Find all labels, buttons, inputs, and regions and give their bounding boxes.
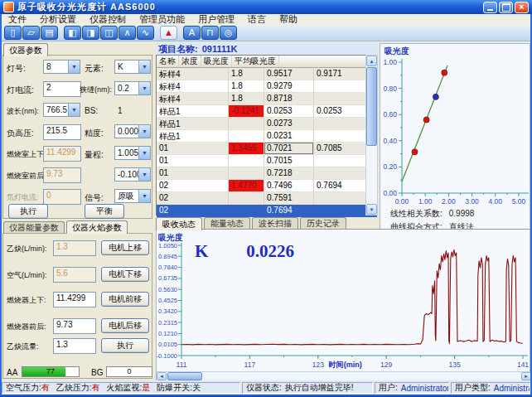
lamp-2-button[interactable]: ◨ bbox=[82, 26, 99, 40]
save-button[interactable]: ▤ bbox=[41, 26, 58, 40]
table-row[interactable]: 样品1 0.0273 bbox=[157, 118, 377, 130]
balance-button[interactable]: ⊓ bbox=[201, 26, 219, 40]
cell-absorbance: 0.7015 bbox=[264, 155, 314, 167]
scrollbar-thumb[interactable] bbox=[366, 67, 377, 146]
table-row[interactable]: 标样4 1.8 0.9279 bbox=[157, 80, 377, 93]
slit-select[interactable]: 0.2▼ bbox=[114, 81, 151, 95]
table-row[interactable]: 02 0.7694 bbox=[157, 205, 377, 217]
title-bar[interactable]: 原子吸收分光光度计 AAS6000 × bbox=[0, 0, 532, 14]
svg-text:-0.1000: -0.1000 bbox=[157, 352, 177, 360]
flame-execute-button[interactable]: 执行 bbox=[101, 338, 149, 353]
scroll-up-icon[interactable]: ▲ bbox=[366, 56, 377, 66]
motor-down-button[interactable]: 电机下移 bbox=[101, 267, 149, 282]
cell-average-absorbance: 0.0253 bbox=[314, 105, 365, 118]
flow-field[interactable]: 1.3 bbox=[53, 338, 96, 354]
tab-energy-params[interactable]: 仪器能量参数 bbox=[3, 221, 65, 234]
menu-item[interactable]: 分析设置 bbox=[33, 13, 83, 26]
cell-average-absorbance: 0.9171 bbox=[314, 68, 365, 80]
lamp-3-button[interactable]: ◫ bbox=[100, 26, 118, 40]
dropdown-arrow-icon: ▼ bbox=[138, 147, 150, 159]
cell-average-absorbance: 0.7085 bbox=[314, 143, 365, 155]
app-window: 原子吸收分光光度计 AAS6000 × 文件分析设置仪器控制管理员功能用户管理语… bbox=[0, 0, 532, 397]
air-field: 5.6 bbox=[53, 267, 96, 283]
svg-text:135: 135 bbox=[449, 361, 461, 369]
table-row[interactable]: 标样4 1.8 0.8718 bbox=[157, 93, 377, 105]
menu-item[interactable]: 仪器控制 bbox=[83, 13, 133, 26]
table-row[interactable]: 02 1.4770 0.7496 0.7694 bbox=[157, 180, 377, 192]
scroll-down-icon[interactable]: ▼ bbox=[366, 204, 377, 215]
tab-wavelength-scan[interactable]: 波长扫描 bbox=[252, 217, 298, 230]
table-vertical-scrollbar[interactable]: ▲ ▼ bbox=[365, 55, 378, 215]
table-row[interactable]: 01 1.3455 0.7021 0.7085 bbox=[157, 143, 377, 155]
neg-hv-field[interactable]: 215.5 bbox=[43, 124, 81, 140]
cell-average-absorbance bbox=[314, 192, 365, 205]
tab-history[interactable]: 历史记录 bbox=[300, 217, 346, 230]
cell-name: 标样4 bbox=[157, 80, 229, 93]
execute-button[interactable]: 执行 bbox=[8, 204, 48, 219]
motor-up-button[interactable]: 电机上移 bbox=[101, 240, 149, 255]
cell-concentration bbox=[229, 130, 264, 143]
motor-forward-button[interactable]: 电机前移 bbox=[101, 292, 149, 307]
bs-label: BS: bbox=[85, 106, 98, 115]
burner-updown-field[interactable]: 11.4299 bbox=[53, 292, 96, 307]
slit-label: 狭缝(nm): bbox=[80, 85, 112, 95]
svg-text:129: 129 bbox=[380, 361, 392, 369]
open-folder-icon: ▱ bbox=[27, 28, 34, 37]
element-select[interactable]: K▼ bbox=[114, 60, 151, 74]
new-file-button[interactable]: ▯ bbox=[4, 26, 22, 40]
dynamics-horizontal-scrollbar[interactable]: ◄ ► bbox=[157, 371, 531, 380]
svg-text:0.00: 0.00 bbox=[395, 197, 409, 206]
table-row[interactable]: 02 0.7591 bbox=[157, 192, 377, 205]
table-row[interactable]: 01 0.7015 bbox=[157, 155, 377, 167]
burner-frontback-label: 燃烧器前后: bbox=[7, 322, 46, 332]
column-header[interactable]: 吸光度 bbox=[201, 56, 232, 67]
about-button[interactable]: ◎ bbox=[220, 26, 237, 40]
table-row[interactable]: 样品1 0.0231 bbox=[157, 130, 377, 143]
new-file-icon: ▯ bbox=[10, 28, 15, 37]
wave-icon: ∿ bbox=[142, 28, 149, 37]
menu-item[interactable]: 文件 bbox=[2, 13, 33, 26]
range-select[interactable]: 1.0050▼ bbox=[114, 146, 151, 160]
tab-instrument-params[interactable]: 仪器参数 bbox=[3, 43, 48, 56]
table-row[interactable]: 样品1 -0.1241 0.0253 0.0253 bbox=[157, 105, 377, 118]
close-button[interactable]: × bbox=[515, 2, 529, 13]
precision-select[interactable]: 0.0000▼ bbox=[114, 124, 151, 138]
column-header[interactable]: 名称 bbox=[157, 56, 179, 67]
column-header[interactable]: 平均吸光度 bbox=[232, 56, 279, 67]
cell-absorbance: 0.0273 bbox=[264, 118, 314, 130]
tab-absorbance-dynamics[interactable]: 吸收动态 bbox=[156, 217, 202, 230]
table-row[interactable]: 01 0.7218 bbox=[157, 167, 377, 180]
menu-item[interactable]: 管理员功能 bbox=[133, 13, 191, 26]
burner-frontback-field[interactable]: 9.73 bbox=[53, 318, 96, 334]
minimize-button[interactable] bbox=[483, 2, 497, 13]
dropdown-arrow-icon: ▼ bbox=[138, 61, 150, 73]
lamp-current-field[interactable]: 2 bbox=[43, 81, 81, 97]
scrollbar-thumb[interactable] bbox=[167, 372, 202, 380]
scroll-left-icon[interactable]: ◄ bbox=[157, 372, 167, 380]
open-project-button[interactable]: ▱ bbox=[22, 26, 40, 40]
svg-text:2.00: 2.00 bbox=[442, 197, 456, 206]
menu-item[interactable]: 帮助 bbox=[273, 13, 304, 26]
lamp-no-select[interactable]: 8▼ bbox=[43, 60, 80, 74]
menu-item[interactable]: 语言 bbox=[241, 13, 273, 26]
menu-item[interactable]: 用户管理 bbox=[191, 13, 241, 26]
motor-back-button[interactable]: 电机后移 bbox=[101, 318, 149, 333]
signal-select[interactable]: 原吸▼ bbox=[114, 189, 151, 203]
flame-ignite-button[interactable]: ▲ bbox=[160, 26, 177, 40]
signal-monitor-button[interactable]: ∿ bbox=[137, 26, 154, 40]
offset-select[interactable]: -0.1000▼ bbox=[114, 167, 151, 182]
autosampler-button[interactable]: A bbox=[183, 26, 201, 40]
tab-energy-dynamics[interactable]: 能量动态 bbox=[204, 217, 250, 230]
svg-text:0.60: 0.60 bbox=[383, 110, 397, 119]
wavelength-scan-button[interactable]: ∧ bbox=[118, 26, 136, 40]
table-row[interactable]: 标样4 1.8 0.9517 0.9171 bbox=[157, 68, 377, 80]
cell-absorbance: 0.9279 bbox=[264, 80, 314, 93]
lamp-1-button[interactable]: ◧ bbox=[64, 26, 81, 40]
maximize-icon bbox=[502, 3, 510, 12]
wavelength-select[interactable]: 766.5▼ bbox=[43, 103, 80, 117]
cell-concentration bbox=[229, 192, 264, 205]
maximize-button[interactable] bbox=[499, 2, 513, 13]
column-header[interactable]: 浓度 bbox=[179, 56, 201, 67]
balance-button[interactable]: 平衡 bbox=[85, 204, 124, 219]
tab-flame-params[interactable]: 仪器火焰参数 bbox=[66, 220, 128, 234]
